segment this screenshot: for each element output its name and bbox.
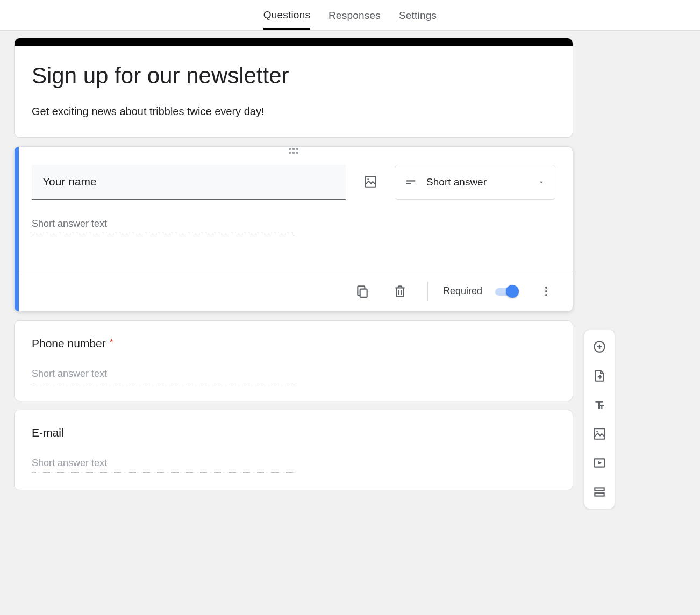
form-canvas: Sign up for our newsletter Get exciting … [0,31,700,520]
chevron-down-icon [538,178,545,186]
duplicate-button[interactable] [350,279,375,304]
question-card[interactable]: E-mail Short answer text [14,410,573,490]
svg-rect-13 [595,493,604,496]
add-video-button[interactable] [588,452,611,474]
video-icon [592,456,606,470]
question-title: E-mail [32,426,555,439]
svg-rect-9 [594,428,605,439]
add-title-button[interactable] [588,394,611,416]
drag-icon [289,148,298,154]
svg-rect-2 [406,180,416,181]
divider [427,282,428,301]
image-icon [592,427,606,441]
tab-settings[interactable]: Settings [399,2,437,29]
required-asterisk: * [107,337,113,348]
trash-icon [393,284,407,298]
svg-point-6 [545,290,547,292]
question-card[interactable]: Phone number * Short answer text [14,320,573,401]
question-type-label: Short answer [426,176,528,188]
copy-icon [355,284,369,298]
image-icon [363,175,377,189]
add-section-button[interactable] [588,481,611,503]
side-toolbar [584,330,615,509]
svg-rect-12 [595,488,604,490]
svg-point-10 [596,431,598,432]
required-label: Required [443,285,482,297]
more-vert-icon [540,285,553,298]
delete-button[interactable] [388,279,412,304]
tabs-bar: Questions Responses Settings [0,0,700,31]
required-toggle[interactable] [495,285,521,298]
question-footer: Required [15,271,573,311]
form-title[interactable]: Sign up for our newsletter [32,62,555,90]
svg-rect-4 [360,289,367,297]
tab-responses[interactable]: Responses [328,2,381,29]
add-image-button[interactable] [358,169,383,195]
svg-rect-3 [406,183,411,184]
svg-point-7 [545,294,547,296]
answer-preview: Short answer text [32,368,294,383]
more-options-button[interactable] [534,279,559,304]
question-type-select[interactable]: Short answer [395,165,555,200]
import-questions-button[interactable] [588,364,611,387]
section-icon [592,485,606,499]
question-card-active[interactable]: Short answer Short answer text Required [14,146,573,312]
header-accent [15,38,573,46]
import-icon [592,369,606,383]
svg-point-5 [545,287,547,289]
short-answer-icon [405,176,417,188]
add-question-button[interactable] [588,335,611,358]
answer-preview: Short answer text [32,457,294,473]
tab-questions[interactable]: Questions [263,1,310,30]
answer-preview: Short answer text [32,218,294,233]
form-header-card[interactable]: Sign up for our newsletter Get exciting … [14,38,573,138]
plus-circle-icon [592,340,606,354]
question-title: Phone number * [32,337,555,350]
svg-point-1 [367,178,369,180]
text-icon [592,398,606,412]
form-description[interactable]: Get exciting news about tribbles twice e… [32,105,555,118]
add-image-button[interactable] [588,423,611,445]
svg-rect-0 [365,176,376,187]
drag-handle[interactable] [15,147,573,155]
question-title-input[interactable] [32,165,346,200]
